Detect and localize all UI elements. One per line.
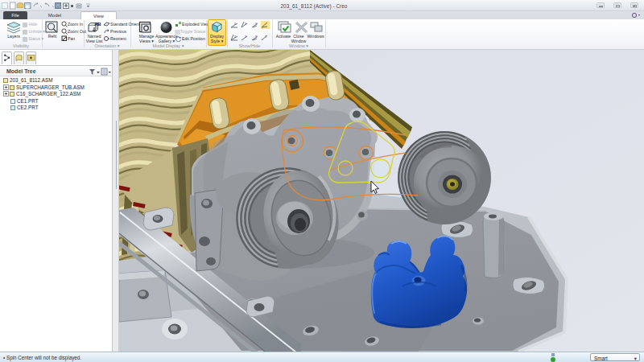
svg-text:x: x — [265, 35, 267, 39]
svg-text:AB: AB — [94, 22, 101, 27]
